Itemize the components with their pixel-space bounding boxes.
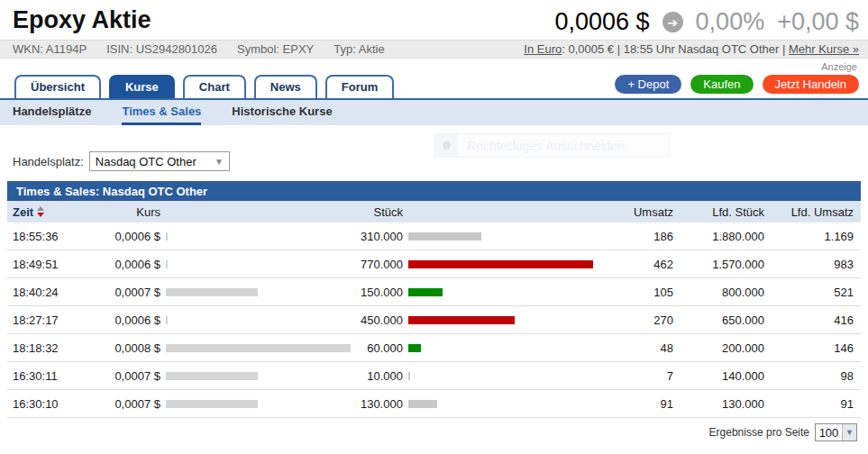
in-euro-link[interactable]: In Euro [524, 42, 562, 56]
tab-forum[interactable]: Forum [325, 75, 394, 98]
snipping-tool-overlay: Rechteckiges Ausschneiden [434, 133, 670, 158]
cell-umsatz: 186 [596, 230, 673, 243]
change-percent: 0,00% [696, 8, 765, 36]
cell-stueck: 150.000 [352, 286, 403, 299]
cell-kurs: 0,0007 $ [99, 369, 160, 383]
trend-arrow-right-icon: ➔ [662, 12, 683, 32]
cell-time: 18:18:32 [7, 341, 99, 355]
cell-lfd-stueck: 200.000 [673, 341, 764, 355]
cell-lfd-stueck: 650.000 [673, 313, 764, 327]
handelsplatz-select[interactable]: Nasdaq OTC Other ▼ [89, 151, 230, 171]
jetzt-handeln-button[interactable]: Jetzt Handeln [763, 75, 860, 94]
column-header-zeit[interactable]: Zeit [7, 205, 99, 219]
cell-time: 18:55:36 [7, 230, 99, 243]
main-tab-bar: Übersicht Kurse Chart News Forum + Depot… [0, 74, 868, 100]
add-depot-button[interactable]: + Depot [615, 75, 681, 94]
subnav-handelsplaetze[interactable]: Handelsplätze [13, 100, 91, 125]
cell-kurs: 0,0007 $ [99, 397, 160, 411]
main-tabs: Übersicht Kurse Chart News Forum [14, 75, 394, 98]
subnav-times-sales[interactable]: Times & Sales [122, 100, 201, 125]
table-row: 16:30:10 0,0007 $ 130.000 91 130.000 91 [7, 390, 861, 418]
volume-bar [408, 344, 421, 352]
mehr-kurse-link[interactable]: Mehr Kurse » [789, 42, 859, 56]
column-header-lfd-stueck[interactable]: Lfd. Stück [673, 205, 764, 219]
cell-lfd-umsatz: 1.169 [764, 230, 861, 243]
handelsplatz-selected-value: Nasdaq OTC Other [96, 155, 196, 168]
cell-umsatz: 91 [596, 397, 673, 411]
ad-label: Anzeige [0, 59, 868, 74]
price-level-bar [166, 232, 168, 241]
results-per-page-select[interactable]: 100 ▼ [815, 423, 857, 441]
cell-lfd-stueck: 130.000 [673, 397, 764, 411]
sub-navigation: Handelsplätze Times & Sales Historische … [0, 100, 868, 125]
cell-stueck: 450.000 [352, 313, 403, 327]
cell-stueck: 60.000 [352, 341, 403, 355]
cell-umsatz: 270 [596, 313, 673, 327]
handelsplatz-label: Handelsplatz: [13, 155, 84, 168]
filter-row: Handelsplatz: Nasdaq OTC Other ▼ Rechtec… [0, 125, 868, 176]
sort-icons[interactable] [37, 206, 44, 217]
instrument-meta: WKN: A1194PISIN: US2942801026Symbol: EPX… [13, 42, 405, 56]
symbol-value: Symbol: EPXY [237, 42, 314, 56]
sort-desc-icon [37, 213, 44, 217]
euro-quote-text: : 0,0005 € | 18:55 Uhr Nasdaq OTC Other … [562, 42, 789, 56]
cell-stueck: 130.000 [352, 397, 403, 411]
price-level-bar [166, 344, 351, 352]
volume-bar [408, 288, 443, 296]
column-header-stueck[interactable]: Stück [352, 205, 403, 219]
table-row: 16:30:11 0,0007 $ 10.000 7 140.000 98 [7, 362, 861, 390]
times-sales-table: Times & Sales: Nasdaq OTC Other Zeit Kur… [7, 181, 861, 418]
wkn-value: WKN: A1194P [13, 42, 87, 56]
volume-bar [408, 372, 410, 380]
kaufen-button[interactable]: Kaufen [690, 75, 753, 94]
price-group: 0,0006 $ ➔ 0,00% +0,00 $ [554, 6, 859, 36]
column-header-kurs[interactable]: Kurs [99, 205, 160, 219]
tab-chart[interactable]: Chart [183, 75, 246, 98]
cell-kurs: 0,0008 $ [99, 341, 160, 355]
table-row: 18:27:17 0,0006 $ 450.000 270 650.000 41… [7, 306, 861, 334]
cell-kurs: 0,0006 $ [99, 230, 160, 243]
cell-lfd-stueck: 1.880.000 [673, 230, 764, 243]
change-absolute: +0,00 $ [777, 8, 859, 36]
cell-stueck: 310.000 [352, 230, 403, 243]
table-row: 18:55:36 0,0006 $ 310.000 186 1.880.000 … [7, 222, 861, 250]
cell-lfd-umsatz: 983 [764, 258, 861, 271]
volume-bar [408, 260, 593, 268]
cell-time: 18:40:24 [7, 286, 99, 299]
price-level-bar [166, 260, 168, 268]
current-price: 0,0006 $ [554, 8, 649, 36]
cell-time: 16:30:10 [7, 397, 99, 411]
sort-asc-icon [37, 206, 44, 211]
tab-kurse[interactable]: Kurse [109, 75, 175, 98]
price-level-bar [166, 400, 258, 408]
snip-overlay-label: Rechteckiges Ausschneiden [458, 134, 669, 157]
tab-uebersicht[interactable]: Übersicht [14, 75, 101, 98]
cell-kurs: 0,0006 $ [99, 258, 160, 271]
subnav-historische-kurse[interactable]: Historische Kurse [232, 100, 332, 125]
cell-time: 16:30:11 [7, 369, 99, 383]
cell-lfd-umsatz: 416 [764, 313, 861, 327]
table-row: 18:18:32 0,0008 $ 60.000 48 200.000 146 [7, 334, 861, 362]
cell-time: 18:49:51 [7, 258, 99, 271]
cell-umsatz: 105 [596, 286, 673, 299]
chevron-down-icon: ▼ [842, 424, 856, 440]
table-header-row: Zeit Kurs Stück Umsatz Lfd. Stück Lfd. U… [7, 201, 861, 222]
cell-lfd-umsatz: 91 [764, 397, 861, 411]
volume-bar [408, 400, 437, 408]
column-header-lfd-umsatz[interactable]: Lfd. Umsatz [764, 205, 861, 219]
table-title: Times & Sales: Nasdaq OTC Other [7, 181, 861, 201]
cell-lfd-stueck: 140.000 [673, 369, 764, 383]
tab-news[interactable]: News [254, 75, 317, 98]
cell-lfd-stueck: 800.000 [673, 286, 764, 299]
table-row: 18:40:24 0,0007 $ 150.000 105 800.000 52… [7, 278, 861, 306]
volume-bar [408, 316, 515, 324]
price-level-bar [166, 316, 168, 324]
cell-kurs: 0,0006 $ [99, 313, 160, 327]
price-level-bar [166, 372, 258, 380]
cell-umsatz: 7 [596, 369, 673, 383]
results-per-page-label: Ergebnisse pro Seite [709, 426, 809, 439]
page-title: Epoxy Aktie [13, 6, 151, 34]
cell-lfd-umsatz: 521 [764, 286, 861, 299]
column-header-umsatz[interactable]: Umsatz [596, 205, 673, 219]
typ-value: Typ: Aktie [333, 42, 384, 56]
